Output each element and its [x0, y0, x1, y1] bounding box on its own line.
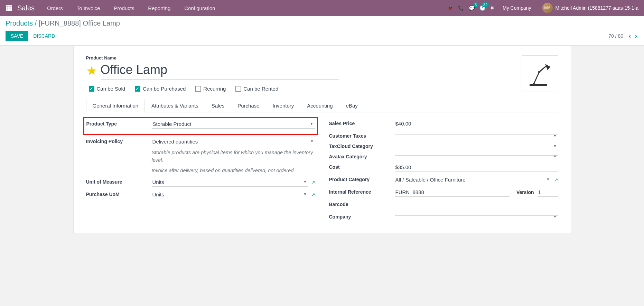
pager-next-icon[interactable]: › [634, 33, 638, 39]
tab-purchase[interactable]: Purchase [231, 99, 266, 112]
user-name: Mitchell Admin (15881277-saas-15-1-a [556, 5, 638, 11]
app-brand[interactable]: Sales [15, 4, 41, 12]
company-select[interactable]: ▼ [395, 213, 558, 216]
chevron-down-icon: ▼ [553, 155, 557, 158]
activities-icon[interactable]: 🕐32 [479, 5, 485, 11]
menu-reporting[interactable]: Reporting [142, 5, 177, 11]
product-image[interactable] [522, 55, 558, 92]
recurring-checkbox[interactable]: Recurring [195, 86, 226, 92]
barcode-input[interactable] [395, 200, 558, 209]
tab-inventory[interactable]: Inventory [266, 99, 301, 112]
svg-line-1 [534, 72, 539, 84]
cost-label: Cost [329, 163, 395, 170]
save-button[interactable]: SAVE [6, 31, 28, 41]
product-type-select[interactable]: Storable Product▼ [152, 120, 315, 129]
notebook-tabs: General Information Attributes & Variant… [86, 99, 558, 112]
lamp-icon [526, 60, 554, 87]
invoicing-policy-label: Invoicing Policy [86, 137, 152, 144]
breadcrumb-parent[interactable]: Products [6, 19, 33, 27]
svg-line-2 [539, 66, 546, 72]
tab-ebay[interactable]: eBay [339, 99, 364, 112]
phone-icon[interactable]: 📞 [458, 5, 464, 11]
chevron-down-icon: ▼ [310, 139, 314, 143]
category-label: Product Category [329, 175, 395, 182]
debug-icon[interactable]: 🐞 [447, 5, 453, 11]
tools-icon[interactable]: ✖ [490, 5, 494, 11]
svg-point-4 [538, 71, 540, 73]
version-label: Version [516, 189, 534, 195]
pager: 70 / 80 ‹ › [608, 33, 638, 40]
category-select[interactable]: All / Saleable / Office Furniture▼ [395, 175, 551, 184]
pager-text[interactable]: 70 / 80 [608, 33, 623, 39]
purchase-uom-label: Purchase UoM [86, 190, 152, 197]
messages-icon[interactable]: 💬5 [469, 5, 475, 11]
svg-point-3 [533, 83, 535, 85]
cost-input[interactable] [395, 163, 558, 172]
uom-external-link-icon[interactable]: ↗ [311, 179, 315, 185]
customer-taxes-label: Customer Taxes [329, 132, 395, 139]
chevron-down-icon: ▼ [553, 144, 557, 148]
menu-products[interactable]: Products [108, 5, 140, 11]
product-type-label: Product Type [86, 120, 152, 127]
favorite-star-icon[interactable]: ★ [86, 65, 97, 77]
uom-label: Unit of Measure [86, 178, 152, 185]
chevron-down-icon: ▼ [547, 177, 550, 181]
main-menu: Orders To Invoice Products Reporting Con… [41, 5, 221, 11]
left-column: Product Type Storable Product▼ Invoicing… [86, 119, 315, 223]
apps-menu-icon[interactable] [3, 5, 15, 11]
category-external-link-icon[interactable]: ↗ [554, 177, 558, 183]
messages-badge: 5 [473, 2, 478, 7]
version-input[interactable] [538, 188, 558, 197]
menu-to-invoice[interactable]: To Invoice [71, 5, 106, 11]
internal-ref-input[interactable] [395, 188, 510, 197]
user-avatar-icon: MA [542, 3, 553, 13]
chevron-down-icon: ▼ [304, 192, 307, 196]
pager-prev-icon[interactable]: ‹ [627, 33, 632, 39]
menu-configuration[interactable]: Configuration [178, 5, 221, 11]
breadcrumb: Products / [FURN_8888] Office Lamp [6, 19, 638, 27]
highlight-annotation: Product Type Storable Product▼ [83, 117, 318, 135]
chevron-down-icon: ▼ [553, 215, 557, 219]
tab-accounting[interactable]: Accounting [300, 99, 339, 112]
purchase-uom-external-link-icon[interactable]: ↗ [311, 192, 315, 197]
invoicing-policy-help: Invoice after delivery, based on quantit… [152, 167, 315, 175]
activities-badge: 32 [482, 2, 489, 7]
can-be-purchased-checkbox[interactable]: Can be Purchased [135, 86, 186, 92]
breadcrumb-current: [FURN_8888] Office Lamp [39, 19, 120, 27]
barcode-label: Barcode [329, 200, 395, 207]
control-panel: Products / [FURN_8888] Office Lamp SAVE … [0, 16, 644, 46]
product-name-label: Product Name [86, 55, 515, 61]
can-be-rented-checkbox[interactable]: Can be Rented [235, 86, 278, 92]
top-navbar: Sales Orders To Invoice Products Reporti… [0, 0, 644, 16]
form-sheet: Product Name ★ Can be Sold Can be Purcha… [73, 46, 571, 233]
company-field-label: Company [329, 213, 395, 220]
product-name-input[interactable] [101, 62, 339, 80]
taxcloud-label: TaxCloud Category [329, 142, 395, 149]
tab-attributes-variants[interactable]: Attributes & Variants [145, 99, 205, 112]
sales-price-input[interactable] [395, 119, 558, 128]
product-type-help: Storable products are physical items for… [152, 149, 315, 164]
avatax-label: Avatax Category [329, 152, 395, 159]
customer-taxes-select[interactable]: ▼ [395, 132, 558, 135]
chevron-down-icon: ▼ [310, 122, 314, 126]
chevron-down-icon: ▼ [304, 180, 307, 184]
taxcloud-select[interactable]: ▼ [395, 142, 558, 145]
tab-sales[interactable]: Sales [205, 99, 231, 112]
avatax-select[interactable]: ▼ [395, 152, 558, 156]
internal-ref-label: Internal Reference [329, 188, 395, 195]
svg-rect-0 [530, 84, 547, 86]
tab-general-information[interactable]: General Information [86, 99, 145, 112]
uom-select[interactable]: Units▼ [152, 178, 308, 187]
invoicing-policy-select[interactable]: Delivered quantities▼ [152, 137, 315, 146]
can-be-sold-checkbox[interactable]: Can be Sold [89, 86, 125, 92]
purchase-uom-select[interactable]: Units▼ [152, 190, 308, 199]
company-selector[interactable]: My Company [499, 5, 534, 11]
sales-price-label: Sales Price [329, 119, 395, 126]
discard-button[interactable]: DISCARD [28, 31, 60, 41]
user-menu[interactable]: MA Mitchell Admin (15881277-saas-15-1-a [540, 3, 641, 13]
chevron-down-icon: ▼ [553, 134, 557, 138]
menu-orders[interactable]: Orders [41, 5, 69, 11]
right-column: Sales Price Customer Taxes ▼ TaxCloud Ca… [329, 119, 558, 223]
